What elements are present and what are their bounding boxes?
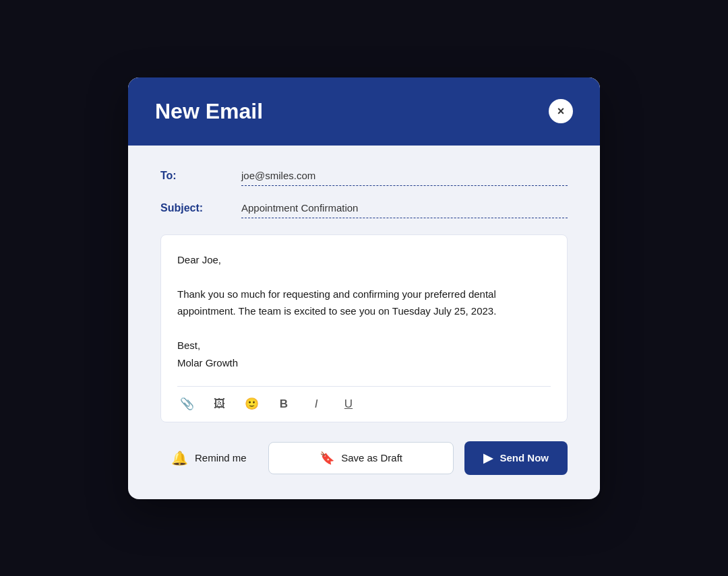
bold-button[interactable]: B [274, 395, 293, 414]
remind-button[interactable]: 🔔 Remind me [160, 442, 257, 474]
emoji-button[interactable]: 🙂 [242, 395, 261, 414]
subject-value: Appointment Confirmation [241, 202, 568, 218]
to-field-row: To: joe@smiles.com [160, 170, 568, 186]
image-button[interactable]: 🖼 [210, 395, 229, 414]
subject-label: Subject: [160, 202, 241, 214]
image-icon: 🖼 [214, 397, 225, 411]
draft-label: Save as Draft [341, 452, 402, 463]
to-value: joe@smiles.com [241, 170, 568, 186]
italic-icon: I [315, 397, 318, 411]
italic-button[interactable]: I [307, 395, 326, 414]
close-button[interactable]: × [549, 99, 573, 123]
emoji-icon: 🙂 [245, 397, 259, 411]
modal-body: To: joe@smiles.com Subject: Appointment … [128, 146, 600, 499]
subject-field-row: Subject: Appointment Confirmation [160, 202, 568, 218]
modal-title: New Email [155, 99, 263, 124]
compose-box: Dear Joe, Thank you so much for requesti… [160, 234, 568, 422]
email-modal: New Email × To: joe@smiles.com Subject: … [128, 77, 600, 499]
bold-icon: B [280, 397, 288, 411]
underline-icon: U [344, 397, 353, 411]
to-label: To: [160, 170, 241, 182]
send-label: Send Now [499, 452, 549, 463]
send-icon: ▶ [483, 451, 493, 466]
attach-button[interactable]: 📎 [177, 395, 196, 414]
formatting-toolbar: 📎 🖼 🙂 B I U [177, 387, 551, 422]
bell-icon: 🔔 [171, 450, 188, 466]
send-button[interactable]: ▶ Send Now [464, 441, 568, 475]
modal-header: New Email × [128, 77, 600, 146]
underline-button[interactable]: U [339, 395, 358, 414]
bookmark-icon: 🔖 [320, 451, 334, 466]
attach-icon: 📎 [180, 397, 194, 411]
actions-row: 🔔 Remind me 🔖 Save as Draft ▶ Send Now [160, 441, 568, 475]
save-draft-button[interactable]: 🔖 Save as Draft [268, 442, 454, 474]
remind-label: Remind me [195, 452, 247, 463]
email-body-text: Dear Joe, Thank you so much for requesti… [177, 251, 551, 373]
